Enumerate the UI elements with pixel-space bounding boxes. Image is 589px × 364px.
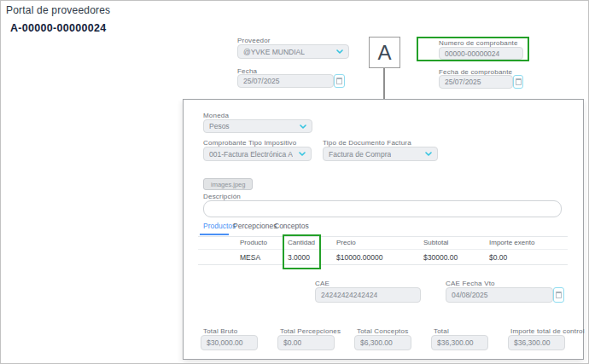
moneda-select[interactable]: Pesos: [203, 119, 312, 133]
chevron-down-icon: [300, 124, 306, 129]
total-percepciones-label: Total Percepciones: [280, 327, 341, 335]
proveedor-value: @YVKE MUNDIAL: [243, 48, 305, 56]
descripcion-input[interactable]: [203, 200, 562, 217]
table-cell-precio: $10000.00000: [336, 253, 382, 262]
table-cell-importe-exento: $0.00: [489, 253, 507, 262]
table-cell-subtotal: $30000.00: [423, 253, 458, 262]
attachment-chip[interactable]: images.jpeg: [203, 178, 253, 190]
cae-fecha-vto-label: CAE Fecha Vto: [446, 280, 495, 287]
importe-total-control-input[interactable]: $36,300.00: [508, 335, 565, 350]
total-bruto-value: $30,000.00: [207, 338, 243, 347]
calendar-icon: [516, 78, 522, 85]
col-header-cantidad: Cantidad: [288, 239, 315, 246]
tab-percepciones[interactable]: Percepciones: [233, 222, 277, 230]
comprobante-tipo-select[interactable]: 001-Factura Electrónica A: [203, 147, 312, 161]
chevron-down-icon: [299, 152, 306, 156]
cae-fecha-vto-value: 04/08/2025: [452, 291, 488, 299]
proveedor-select[interactable]: @YVKE MUNDIAL: [237, 44, 349, 59]
annotation-marker-letter: A: [377, 41, 391, 65]
attachment-filename: images.jpeg: [211, 181, 245, 188]
tipo-documento-value: Factura de Compra: [329, 150, 391, 159]
cae-fecha-vto-input[interactable]: 04/08/2025: [446, 287, 553, 303]
numero-comprobante-label: Numero de comprobante: [439, 39, 518, 47]
total-bruto-input[interactable]: $30,000.00: [201, 335, 258, 350]
proveedor-label: Proveedor: [237, 37, 271, 44]
numero-comprobante-input[interactable]: 00000-00000024: [439, 47, 523, 60]
chevron-down-icon: [425, 152, 432, 156]
importe-total-control-label: Importe total de control: [510, 327, 585, 335]
tab-productos[interactable]: Productos: [203, 222, 236, 230]
divider: [198, 236, 568, 237]
tab-conceptos[interactable]: Conceptos: [274, 222, 309, 230]
cae-label: CAE: [315, 280, 329, 287]
calendar-icon: [336, 78, 342, 84]
calendar-icon: [556, 292, 562, 298]
total-conceptos-label: Total Conceptos: [357, 327, 408, 335]
total-percepciones-input[interactable]: $0.00: [277, 335, 335, 350]
comprobante-tipo-value: 001-Factura Electrónica A: [209, 150, 293, 159]
cae-input[interactable]: 24242424242424: [315, 287, 421, 303]
total-percepciones-value: $0.00: [283, 338, 301, 347]
total-conceptos-value: $6,300.00: [360, 338, 393, 347]
fecha-calendar-button[interactable]: [334, 74, 345, 88]
chevron-down-icon: [336, 49, 343, 54]
total-input[interactable]: $36,300.00: [431, 335, 488, 350]
col-header-subtotal: Subtotal: [423, 239, 448, 246]
divider: [198, 249, 568, 250]
active-tab-underline: [200, 234, 229, 235]
cae-fecha-vto-calendar-button[interactable]: [553, 287, 564, 303]
annotation-marker-line: [383, 68, 385, 99]
moneda-label: Moneda: [203, 112, 229, 119]
divider: [198, 264, 568, 265]
fecha-input[interactable]: 25/07/2025: [237, 74, 334, 88]
comprobante-tipo-label: Comprobante Tipo Impositivo: [203, 139, 296, 147]
col-header-importe-exento: Importe exento: [489, 239, 534, 246]
tipo-documento-label: Tipo de Documento Factura: [323, 139, 411, 147]
fecha-value: 25/07/2025: [243, 77, 280, 85]
table-cell-producto: MESA: [240, 253, 260, 262]
total-conceptos-input[interactable]: $6,300.00: [354, 335, 411, 350]
cae-value: 24242424242424: [321, 291, 377, 299]
numero-comprobante-value: 00000-00000024: [445, 49, 499, 58]
col-header-producto: Producto: [240, 239, 267, 246]
page-title: Portal de proveedores: [6, 4, 110, 16]
total-bruto-label: Total Bruto: [203, 327, 237, 335]
fecha-comprobante-input[interactable]: 25/07/2025: [439, 75, 513, 89]
importe-total-control-value: $36,300.00: [514, 338, 551, 347]
total-value: $36,300.00: [437, 338, 474, 347]
fecha-comprobante-value: 25/07/2025: [445, 78, 481, 86]
document-code: A-00000-00000024: [10, 22, 107, 34]
table-cell-cantidad: 3.0000: [288, 253, 310, 262]
portal-page: Portal de proveedores A-00000-00000024 P…: [0, 0, 589, 364]
descripcion-label: Descripción: [203, 193, 241, 200]
tipo-documento-select[interactable]: Factura de Compra: [323, 147, 438, 161]
annotation-marker-a: A: [369, 37, 400, 68]
total-label: Total: [434, 327, 449, 335]
col-header-precio: Precio: [336, 239, 356, 246]
fecha-comprobante-calendar-button[interactable]: [513, 75, 523, 89]
moneda-value: Pesos: [209, 122, 230, 130]
